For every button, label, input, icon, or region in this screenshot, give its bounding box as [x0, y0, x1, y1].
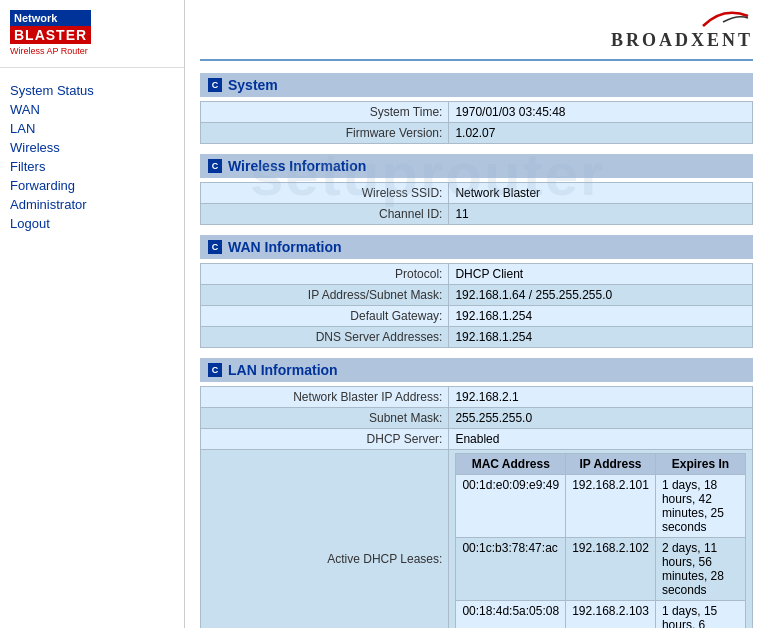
dhcp-expires-2: 1 days, 15 hours, 6 minutes, 41 seconds: [655, 601, 745, 629]
table-row: Firmware Version: 1.02.07: [201, 123, 753, 144]
dns-label: DNS Server Addresses:: [201, 327, 449, 348]
logo-sub: Wireless AP Router: [10, 46, 91, 56]
logo-network: Network: [10, 10, 91, 26]
dhcp-server-label: DHCP Server:: [201, 429, 449, 450]
wireless-section-icon: C: [208, 159, 222, 173]
lan-section-header: C LAN Information: [200, 358, 753, 382]
dhcp-leases-label: Active DHCP Leases:: [201, 450, 449, 629]
nav-system-status[interactable]: System Status: [10, 83, 174, 98]
dhcp-expires-1: 2 days, 11 hours, 56 minutes, 28 seconds: [655, 538, 745, 601]
table-row: 00:1c:b3:78:47:ac 192.168.2.102 2 days, …: [456, 538, 746, 601]
wireless-table: Wireless SSID: Network Blaster Channel I…: [200, 182, 753, 225]
table-row: DNS Server Addresses: 192.168.1.254: [201, 327, 753, 348]
ssid-label: Wireless SSID:: [201, 183, 449, 204]
firmware-label: Firmware Version:: [201, 123, 449, 144]
dhcp-col-ip: IP Address: [566, 454, 656, 475]
protocol-value: DHCP Client: [449, 264, 753, 285]
nb-ip-label: Network Blaster IP Address:: [201, 387, 449, 408]
nav-logout[interactable]: Logout: [10, 216, 174, 231]
nb-ip-value: 192.168.2.1: [449, 387, 753, 408]
system-section-title: System: [228, 77, 278, 93]
ip-subnet-label: IP Address/Subnet Mask:: [201, 285, 449, 306]
protocol-label: Protocol:: [201, 264, 449, 285]
dhcp-ip-2: 192.168.2.103: [566, 601, 656, 629]
nav-forwarding[interactable]: Forwarding: [10, 178, 174, 193]
wireless-section-title: Wireless Information: [228, 158, 366, 174]
channel-value: 11: [449, 204, 753, 225]
table-row: 00:18:4d:5a:05:08 192.168.2.103 1 days, …: [456, 601, 746, 629]
dhcp-ip-0: 192.168.2.101: [566, 475, 656, 538]
system-table: System Time: 1970/01/03 03:45:48 Firmwar…: [200, 101, 753, 144]
broadxent-swoosh-icon: [693, 10, 753, 30]
logo-blaster: BLASTER: [10, 26, 91, 44]
subnet-label: Subnet Mask:: [201, 408, 449, 429]
table-row: DHCP Server: Enabled: [201, 429, 753, 450]
wan-table: Protocol: DHCP Client IP Address/Subnet …: [200, 263, 753, 348]
wan-section-header: C WAN Information: [200, 235, 753, 259]
nav-wireless[interactable]: Wireless: [10, 140, 174, 155]
subnet-value: 255.255.255.0: [449, 408, 753, 429]
table-row: Default Gateway: 192.168.1.254: [201, 306, 753, 327]
dhcp-ip-1: 192.168.2.102: [566, 538, 656, 601]
dhcp-server-value: Enabled: [449, 429, 753, 450]
table-row: Network Blaster IP Address: 192.168.2.1: [201, 387, 753, 408]
dhcp-col-mac: MAC Address: [456, 454, 566, 475]
ip-subnet-value: 192.168.1.64 / 255.255.255.0: [449, 285, 753, 306]
gateway-value: 192.168.1.254: [449, 306, 753, 327]
lan-section-icon: C: [208, 363, 222, 377]
table-row: IP Address/Subnet Mask: 192.168.1.64 / 2…: [201, 285, 753, 306]
dhcp-leases-container: MAC Address IP Address Expires In 00:1d:…: [449, 450, 753, 629]
dhcp-col-expires: Expires In: [655, 454, 745, 475]
ssid-value: Network Blaster: [449, 183, 753, 204]
dns-value: 192.168.1.254: [449, 327, 753, 348]
brand-header: BROADXENT: [200, 10, 753, 61]
system-time-label: System Time:: [201, 102, 449, 123]
dhcp-mac-1: 00:1c:b3:78:47:ac: [456, 538, 566, 601]
system-time-value: 1970/01/03 03:45:48: [449, 102, 753, 123]
dhcp-leases-table: MAC Address IP Address Expires In 00:1d:…: [455, 453, 746, 628]
firmware-value: 1.02.07: [449, 123, 753, 144]
system-section-icon: C: [208, 78, 222, 92]
system-section-header: C System: [200, 73, 753, 97]
lan-section-title: LAN Information: [228, 362, 338, 378]
brand-name: BROADXENT: [611, 30, 753, 51]
table-row: Active DHCP Leases: MAC Address IP Addre…: [201, 450, 753, 629]
nav-administrator[interactable]: Administrator: [10, 197, 174, 212]
dhcp-mac-2: 00:18:4d:5a:05:08: [456, 601, 566, 629]
channel-label: Channel ID:: [201, 204, 449, 225]
nav-lan[interactable]: LAN: [10, 121, 174, 136]
logo-area: Network BLASTER Wireless AP Router: [0, 0, 184, 68]
nav-filters[interactable]: Filters: [10, 159, 174, 174]
table-row: Wireless SSID: Network Blaster: [201, 183, 753, 204]
table-row: Subnet Mask: 255.255.255.0: [201, 408, 753, 429]
nav-wan[interactable]: WAN: [10, 102, 174, 117]
table-row: Channel ID: 11: [201, 204, 753, 225]
table-row: Protocol: DHCP Client: [201, 264, 753, 285]
nav: System Status WAN LAN Wireless Filters F…: [0, 68, 184, 250]
gateway-label: Default Gateway:: [201, 306, 449, 327]
wan-section-title: WAN Information: [228, 239, 342, 255]
wan-section-icon: C: [208, 240, 222, 254]
dhcp-expires-0: 1 days, 18 hours, 42 minutes, 25 seconds: [655, 475, 745, 538]
table-row: System Time: 1970/01/03 03:45:48: [201, 102, 753, 123]
wireless-section-header: C Wireless Information: [200, 154, 753, 178]
dhcp-mac-0: 00:1d:e0:09:e9:49: [456, 475, 566, 538]
lan-table: Network Blaster IP Address: 192.168.2.1 …: [200, 386, 753, 628]
table-row: 00:1d:e0:09:e9:49 192.168.2.101 1 days, …: [456, 475, 746, 538]
